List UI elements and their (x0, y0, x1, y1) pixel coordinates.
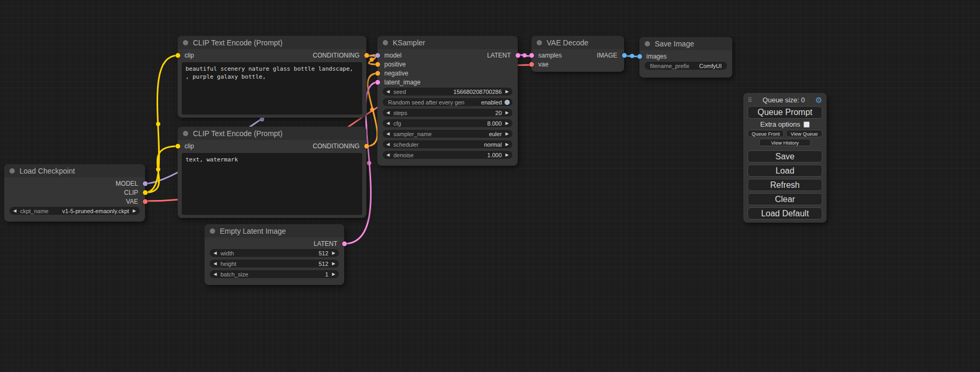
increment-arrow-icon[interactable]: ▶ (133, 209, 136, 213)
node-titlebar[interactable]: Save Image (639, 37, 732, 50)
batch-size-widget[interactable]: ◀ batch_size 1 ▶ (210, 270, 339, 278)
load-button[interactable]: Load (748, 165, 822, 177)
node-titlebar[interactable]: CLIP Text Encode (Prompt) (178, 127, 366, 140)
workflow-canvas[interactable]: Load Checkpoint MODEL CLIP VAE ◀ ckpt_na… (0, 0, 980, 372)
steps-widget[interactable]: ◀ steps 20 ▶ (383, 109, 512, 117)
node-title: Empty Latent Image (220, 227, 286, 235)
scheduler-widget[interactable]: ◀ scheduler normal ▶ (383, 140, 512, 148)
latent-output-dot[interactable] (342, 241, 347, 246)
ckpt-name-widget[interactable]: ◀ ckpt_name v1-5-pruned-emaonly.ckpt ▶ (9, 207, 140, 215)
positive-prompt-textarea[interactable]: beautiful scenery nature glass bottle la… (182, 62, 362, 115)
clip-output-dot[interactable] (143, 190, 148, 195)
node-titlebar[interactable]: CLIP Text Encode (Prompt) (178, 36, 366, 49)
node-title: KSampler (393, 39, 425, 47)
clear-button[interactable]: Clear (748, 193, 822, 205)
link-conditioning-negative-wire (366, 73, 377, 146)
toggle-indicator-icon[interactable] (504, 100, 510, 105)
decrement-arrow-icon[interactable]: ◀ (386, 111, 390, 115)
collapse-dot-icon[interactable] (183, 131, 188, 136)
refresh-button[interactable]: Refresh (748, 179, 822, 191)
node-load-checkpoint[interactable]: Load Checkpoint MODEL CLIP VAE ◀ ckpt_na… (4, 164, 145, 222)
increment-arrow-icon[interactable]: ▶ (506, 132, 509, 136)
node-title: VAE Decode (547, 39, 588, 47)
output-slot-vae: VAE (4, 197, 145, 206)
node-title: Load Checkpoint (20, 167, 75, 175)
latent-image-input-dot[interactable] (375, 80, 380, 84)
negative-prompt-textarea[interactable]: text, watermark (182, 153, 362, 215)
filename-prefix-widget[interactable]: filename_prefix ComfyUI (645, 62, 727, 70)
collapse-dot-icon[interactable] (210, 228, 215, 234)
images-input-dot[interactable] (637, 54, 642, 59)
collapse-dot-icon[interactable] (9, 168, 15, 174)
denoise-widget[interactable]: ◀ denoise 1.000 ▶ (383, 151, 512, 159)
node-title: Save Image (655, 40, 694, 48)
decrement-arrow-icon[interactable]: ◀ (214, 251, 217, 255)
decrement-arrow-icon[interactable]: ◀ (386, 90, 390, 94)
vae-output-dot[interactable] (143, 199, 148, 204)
save-button[interactable]: Save (748, 150, 822, 163)
node-save-image[interactable]: Save Image images filename_prefix ComfyU… (639, 37, 732, 78)
negative-input-dot[interactable] (375, 71, 380, 75)
samples-input-dot[interactable] (529, 53, 534, 58)
increment-arrow-icon[interactable]: ▶ (506, 121, 509, 126)
increment-arrow-icon[interactable]: ▶ (506, 111, 509, 115)
clip-input-dot[interactable] (176, 144, 180, 148)
output-slot-latent: LATENT (205, 239, 344, 248)
conditioning-output-dot[interactable] (364, 144, 369, 148)
node-titlebar[interactable]: Load Checkpoint (4, 164, 145, 177)
model-output-dot[interactable] (143, 181, 148, 186)
cfg-widget[interactable]: ◀ cfg 8.000 ▶ (383, 119, 512, 127)
node-titlebar[interactable]: KSampler (377, 36, 518, 49)
decrement-arrow-icon[interactable]: ◀ (13, 209, 16, 213)
node-vae-decode[interactable]: VAE Decode samples IMAGE vae (531, 36, 624, 72)
extra-options-row: Extra options (748, 120, 822, 129)
decrement-arrow-icon[interactable]: ◀ (386, 121, 390, 126)
increment-arrow-icon[interactable]: ▶ (506, 142, 509, 147)
decrement-arrow-icon[interactable]: ◀ (386, 153, 390, 157)
input-slot-negative: negative (377, 69, 518, 78)
load-default-button[interactable]: Load Default (748, 207, 822, 220)
extra-options-checkbox[interactable] (803, 121, 810, 128)
input-slot-vae: vae (531, 60, 624, 69)
collapse-dot-icon[interactable] (383, 40, 388, 45)
height-widget[interactable]: ◀ height 512 ▶ (210, 260, 339, 268)
node-titlebar[interactable]: Empty Latent Image (205, 224, 344, 237)
queue-prompt-button[interactable]: Queue Prompt (748, 106, 822, 119)
node-empty-latent-image[interactable]: Empty Latent Image LATENT ◀ width 512 ▶ … (205, 224, 344, 285)
random-seed-toggle-widget[interactable]: Random seed after every gen enabled (383, 98, 512, 106)
increment-arrow-icon[interactable]: ▶ (332, 262, 335, 266)
seed-widget[interactable]: ◀ seed 156680208700286 ▶ (383, 88, 512, 96)
decrement-arrow-icon[interactable]: ◀ (214, 262, 217, 266)
model-input-dot[interactable] (375, 53, 380, 58)
drag-handle-icon[interactable]: ⠿ (748, 97, 752, 104)
output-slot-model: MODEL (4, 179, 145, 188)
decrement-arrow-icon[interactable]: ◀ (386, 142, 390, 147)
queue-front-button[interactable]: Queue Front (748, 130, 784, 137)
positive-input-dot[interactable] (375, 62, 380, 66)
node-clip-text-encode-positive[interactable]: CLIP Text Encode (Prompt) clip CONDITION… (178, 36, 366, 118)
sampler-name-widget[interactable]: ◀ sampler_name euler ▶ (383, 130, 512, 138)
node-ksampler[interactable]: KSampler model LATENT positive negative … (377, 36, 518, 166)
increment-arrow-icon[interactable]: ▶ (506, 153, 509, 157)
increment-arrow-icon[interactable]: ▶ (332, 251, 335, 255)
collapse-dot-icon[interactable] (537, 40, 542, 45)
view-history-button[interactable]: View History (759, 139, 811, 146)
conditioning-output-dot[interactable] (364, 53, 369, 58)
image-output-dot[interactable] (622, 53, 627, 58)
collapse-dot-icon[interactable] (183, 40, 188, 45)
width-widget[interactable]: ◀ width 512 ▶ (210, 249, 339, 257)
collapse-dot-icon[interactable] (645, 41, 650, 46)
decrement-arrow-icon[interactable]: ◀ (214, 272, 217, 276)
vae-input-dot[interactable] (529, 62, 534, 66)
link-midpoint-dot (630, 54, 634, 58)
node-clip-text-encode-negative[interactable]: CLIP Text Encode (Prompt) clip CONDITION… (178, 127, 366, 218)
latent-output-dot[interactable] (516, 53, 520, 58)
settings-gear-icon[interactable]: ⚙ (816, 96, 822, 104)
view-queue-button[interactable]: View Queue (786, 130, 822, 137)
link-clip-positive-wire (145, 55, 178, 193)
increment-arrow-icon[interactable]: ▶ (332, 272, 335, 276)
clip-input-dot[interactable] (176, 53, 180, 58)
decrement-arrow-icon[interactable]: ◀ (386, 132, 390, 136)
node-titlebar[interactable]: VAE Decode (531, 36, 624, 49)
increment-arrow-icon[interactable]: ▶ (506, 90, 509, 94)
